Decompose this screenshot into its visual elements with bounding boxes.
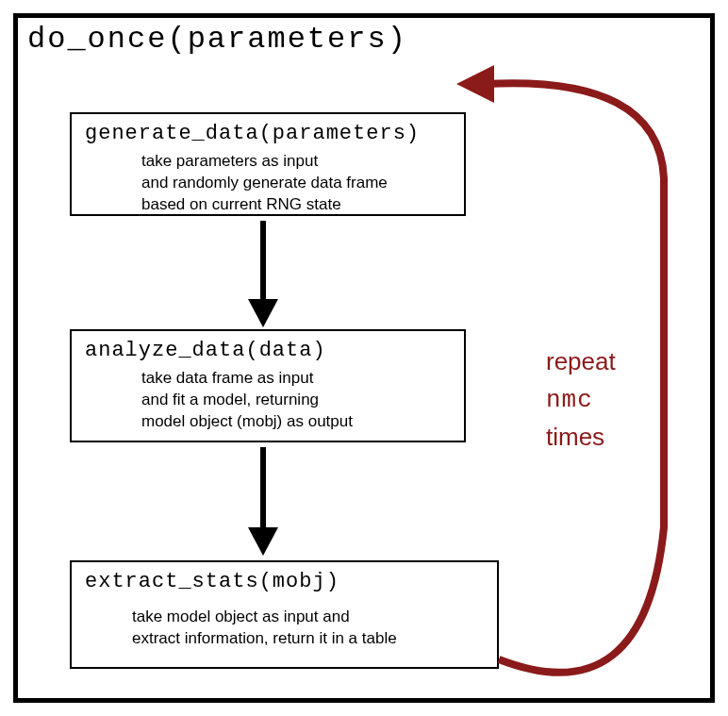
step-analyze-data: analyze_data(data) take data frame as in… bbox=[70, 329, 466, 442]
times-word: times bbox=[546, 423, 604, 451]
step-description: take model object as input and extract i… bbox=[85, 599, 484, 650]
step-description: take parameters as input and randomly ge… bbox=[85, 151, 451, 216]
svg-marker-4 bbox=[456, 65, 494, 103]
svg-marker-1 bbox=[248, 299, 278, 327]
repeat-label: repeat nmc times bbox=[546, 343, 616, 456]
container-title: do_once(parameters) bbox=[27, 22, 407, 57]
step-fn-name: analyze_data(data) bbox=[85, 339, 451, 362]
step-generate-data: generate_data(parameters) take parameter… bbox=[70, 112, 466, 216]
nmc-word: nmc bbox=[546, 386, 593, 414]
step-description: take data frame as input and fit a model… bbox=[85, 368, 451, 433]
repeat-word: repeat bbox=[546, 347, 616, 375]
do-once-container: do_once(parameters) generate_data(parame… bbox=[13, 13, 715, 703]
arrow-down-icon bbox=[240, 216, 287, 329]
svg-marker-3 bbox=[248, 527, 278, 556]
step-fn-name: generate_data(parameters) bbox=[85, 122, 451, 145]
arrow-down-icon bbox=[240, 442, 287, 560]
step-fn-name: extract_stats(mobj) bbox=[85, 570, 484, 593]
